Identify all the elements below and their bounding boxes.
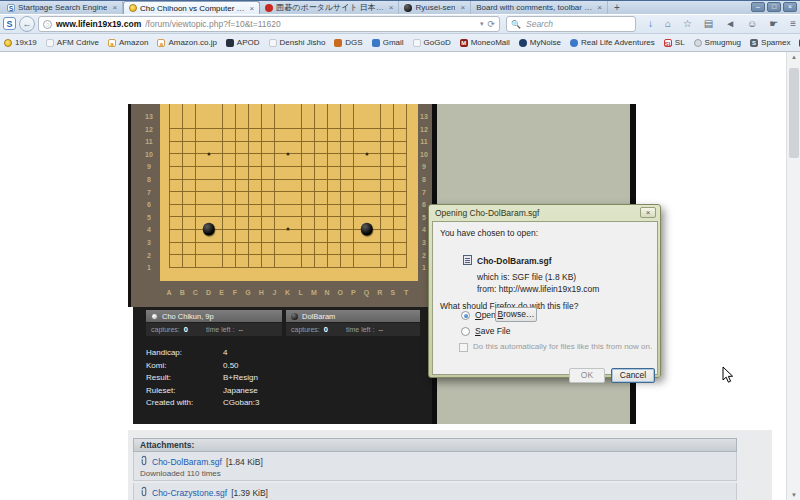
hand-icon[interactable]: ☛ bbox=[769, 16, 778, 32]
tab-2[interactable]: Cho Chihoon vs Computer …× bbox=[123, 1, 260, 14]
home-icon[interactable]: ⌂ bbox=[665, 16, 671, 32]
go-board[interactable]: ABCDEFGHJKLMNOPQRST131312121111101099887… bbox=[128, 104, 432, 307]
url-dropdown-icon[interactable]: ▾ bbox=[480, 20, 484, 28]
maximize-button[interactable]: □ bbox=[767, 2, 781, 12]
page-scrollbar[interactable]: ▲ ▼ bbox=[786, 52, 800, 500]
attachment-row-1: Cho-DolBaram.sgf [1.84 KiB]Downloaded 11… bbox=[133, 452, 737, 481]
close-button[interactable]: × bbox=[783, 2, 797, 12]
attachment-link[interactable]: Cho-DolBaram.sgf bbox=[152, 457, 222, 467]
tab-close-icon[interactable]: × bbox=[458, 3, 465, 12]
attachment-line: Cho-Crazystone.sgf [1.39 KiB] bbox=[140, 486, 730, 499]
file-icon bbox=[463, 255, 472, 265]
remember-checkbox[interactable] bbox=[459, 343, 468, 352]
player-bar-2: DolBaram bbox=[286, 310, 420, 322]
player-bar-1: Cho Chikun, 9p bbox=[146, 310, 282, 322]
menu-icon[interactable]: ≡ bbox=[790, 16, 796, 32]
row-label-6-right: 6 bbox=[422, 201, 426, 208]
smiley-favicon bbox=[129, 4, 137, 12]
amazon-bookmark-icon: a bbox=[108, 39, 116, 47]
new-tab-button[interactable]: + bbox=[608, 1, 626, 14]
ok-button[interactable]: OK bbox=[569, 368, 605, 383]
info-value: 4 bbox=[223, 348, 227, 357]
bookmark-gmail[interactable]: Gmail bbox=[372, 38, 404, 47]
paperclip-icon bbox=[140, 486, 148, 499]
tab-label: 囲碁のポータルサイト 日本… bbox=[276, 2, 384, 13]
smiley-bookmark-icon bbox=[4, 39, 12, 47]
attachments-header: Attachments: bbox=[133, 438, 737, 452]
send-icon[interactable]: ◄ bbox=[725, 16, 735, 32]
dialog-which-is: which is: SGF file (1.8 KB) bbox=[477, 272, 576, 282]
search-bar[interactable]: 🔍 bbox=[506, 16, 636, 32]
attachment-line: Cho-DolBaram.sgf [1.84 KiB] bbox=[140, 455, 730, 468]
row-label-10-right: 10 bbox=[420, 150, 428, 157]
col-label-H: H bbox=[259, 289, 264, 296]
tab-close-icon[interactable]: × bbox=[595, 3, 602, 12]
tab-close-icon[interactable]: × bbox=[387, 3, 394, 12]
dialog-close-button[interactable]: × bbox=[640, 207, 656, 218]
tab-1[interactable]: SStartpage Search Engine× bbox=[2, 1, 123, 14]
bookmark-moneomail[interactable]: MMoneoMail bbox=[460, 38, 510, 47]
info-label: Created with: bbox=[146, 398, 193, 407]
tab-5[interactable]: Board with comments, toolbar …× bbox=[471, 1, 608, 14]
bookmark-mynoise[interactable]: MyNoise bbox=[519, 38, 561, 47]
row-label-10-left: 10 bbox=[145, 150, 153, 157]
row-label-12-right: 12 bbox=[420, 125, 428, 132]
browse-button[interactable]: Browse… bbox=[495, 307, 537, 322]
col-label-J: J bbox=[272, 289, 276, 296]
dark-bookmark-icon bbox=[226, 39, 234, 47]
reload-icon[interactable]: ⟳ bbox=[487, 19, 495, 29]
tab-3[interactable]: 囲碁のポータルサイト 日本…× bbox=[260, 1, 399, 14]
back-button[interactable]: ← bbox=[19, 16, 35, 32]
navy-circle-bookmark-icon bbox=[519, 39, 527, 47]
bookmark-amazon[interactable]: aAmazon bbox=[108, 38, 148, 47]
cancel-button[interactable]: Cancel bbox=[611, 368, 655, 383]
info-row-komi-: Komi:0.50 bbox=[146, 361, 426, 370]
row-label-5-right: 5 bbox=[422, 213, 426, 220]
blue-bookmark-icon bbox=[372, 39, 380, 47]
bookmark-dgs[interactable]: DGS bbox=[334, 38, 362, 47]
dialog-from: from: http://www.lifein19x19.com bbox=[477, 284, 599, 294]
bookmark-label: MoneoMail bbox=[471, 38, 510, 47]
forum-icon[interactable]: ☺ bbox=[747, 16, 757, 32]
info-value: Japanese bbox=[223, 386, 258, 395]
site-identity-icon: ○ bbox=[43, 20, 52, 29]
tab-4[interactable]: Ryusei-sen× bbox=[399, 1, 471, 14]
search-input[interactable] bbox=[524, 18, 631, 30]
row-label-1-left: 1 bbox=[147, 264, 151, 271]
attachment-link[interactable]: Cho-Crazystone.sgf bbox=[152, 488, 227, 498]
col-label-O: O bbox=[337, 289, 342, 296]
bookmark-19x19[interactable]: 19x19 bbox=[4, 38, 37, 47]
mouse-cursor bbox=[722, 366, 735, 388]
minimize-button[interactable]: – bbox=[751, 2, 765, 12]
bookmark-smugmug[interactable]: Smugmug bbox=[694, 38, 741, 47]
bookmark-spamex[interactable]: SSpamex bbox=[750, 38, 790, 47]
col-label-A: A bbox=[166, 289, 171, 296]
url-bar[interactable]: ○ www.lifein19x19.com/forum/viewtopic.ph… bbox=[38, 16, 500, 32]
page-content: ABCDEFGHJKLMNOPQRST131312121111101099887… bbox=[0, 52, 786, 500]
bookmark-sl[interactable]: SLSL bbox=[664, 38, 685, 47]
tab-label: Board with comments, toolbar … bbox=[476, 3, 592, 12]
url-domain: www.lifein19x19.com bbox=[56, 19, 141, 29]
info-value: B+Resign bbox=[223, 373, 258, 382]
info-value: 0.50 bbox=[223, 361, 239, 370]
bookmark-label: DGS bbox=[345, 38, 362, 47]
archive-icon[interactable]: ▤ bbox=[704, 16, 713, 32]
open-with-radio[interactable] bbox=[461, 311, 470, 320]
bookmark-amazon-co-jp[interactable]: aAmazon.co.jp bbox=[157, 38, 216, 47]
dialog-intro: You have chosen to open: bbox=[440, 228, 538, 238]
bookmark-gogod[interactable]: GoGoD bbox=[413, 38, 451, 47]
download-icon[interactable]: ↓ bbox=[648, 16, 653, 32]
col-label-E: E bbox=[219, 289, 224, 296]
tab-close-icon[interactable]: × bbox=[110, 3, 117, 12]
bookmark-label: Real Life Adventures bbox=[581, 38, 655, 47]
bookmark-star-icon[interactable]: ☆ bbox=[683, 16, 692, 32]
bookmark-denshi-jisho[interactable]: Denshi Jisho bbox=[269, 38, 326, 47]
tab-close-icon[interactable]: × bbox=[248, 4, 255, 13]
bookmark-apod[interactable]: APOD bbox=[226, 38, 260, 47]
bookmark-real-life-adventures[interactable]: Real Life Adventures bbox=[570, 38, 655, 47]
scroll-up-icon[interactable]: ▲ bbox=[789, 54, 799, 60]
bookmark-afm-cdrive[interactable]: AFM Cdrive bbox=[46, 38, 99, 47]
scrollbar-thumb[interactable] bbox=[789, 68, 799, 158]
save-file-radio[interactable] bbox=[461, 327, 470, 336]
scroll-down-icon[interactable]: ▼ bbox=[789, 492, 799, 498]
